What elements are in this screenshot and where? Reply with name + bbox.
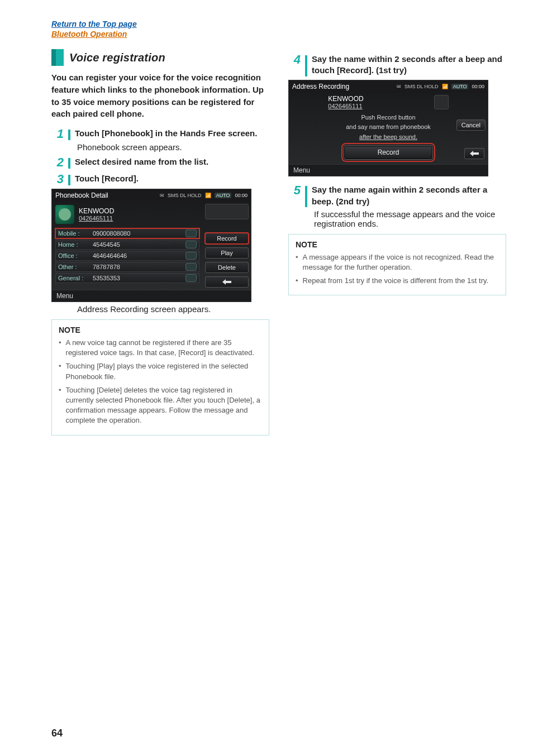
list-item[interactable]: Other : 78787878 [55, 262, 199, 272]
instruction-line: Push Record button [292, 113, 484, 123]
note-box: NOTE A new voice tag cannot be registere… [51, 319, 269, 436]
step-divider [68, 130, 70, 140]
step-number: 4 [288, 54, 301, 66]
cancel-button[interactable]: Cancel [456, 119, 486, 131]
sms-icon: ✉ [397, 84, 401, 89]
row-label: Home : [58, 241, 88, 248]
step-text: Select desired name from the list. [75, 156, 269, 168]
row-indicator [185, 263, 197, 271]
instruction-line: after the beep sound. [292, 132, 484, 142]
back-button[interactable] [464, 148, 484, 159]
step-divider [305, 186, 307, 207]
contact-name: KENWOOD [79, 207, 114, 215]
step-divider [68, 175, 70, 185]
section-title: Voice registration [69, 51, 165, 64]
back-button[interactable] [205, 276, 249, 288]
list-item[interactable]: Office : 4646464646 [55, 251, 199, 261]
note-title: NOTE [296, 240, 499, 249]
bluetooth-operation-link[interactable]: Bluetooth Operation [51, 30, 127, 39]
step-number: 1 [51, 128, 64, 140]
page-number: 64 [51, 728, 63, 739]
signal-badge [205, 204, 249, 219]
note-box: NOTE A message appears if the voice is n… [288, 234, 506, 296]
contact-name: KENWOOD [328, 95, 363, 103]
record-button[interactable]: Record [205, 233, 249, 244]
status-text: SMS DL HOLD [168, 193, 202, 198]
phonebook-detail-screenshot: Phonebook Detail ✉ SMS DL HOLD 📶 AUTO 00… [51, 189, 251, 302]
note-item: A message appears if the voice is not re… [303, 252, 499, 272]
step-subtext: Phonebook screen appears. [77, 142, 269, 152]
contact-number: 0426465111 [79, 215, 114, 222]
step-text: Touch [Record]. [75, 173, 269, 184]
contact-avatar [55, 205, 74, 224]
row-label: Other : [58, 264, 88, 270]
note-item: Touching [Delete] deletes the voice tag … [66, 385, 262, 426]
step-number: 2 [51, 156, 64, 169]
address-recording-screenshot: Address Recording ✉ SMS DL HOLD 📶 AUTO 0… [288, 80, 488, 177]
ss-title: Address Recording [292, 83, 349, 90]
row-label: General : [58, 275, 88, 281]
step-subtext: If successful the message appears and th… [314, 209, 506, 228]
note-item: Repeat from 1st try if the voice is diff… [303, 276, 489, 286]
list-item[interactable]: General : 53535353 [55, 273, 199, 283]
row-label: Mobile : [58, 230, 88, 237]
step-subtext: Address Recording screen appears. [77, 304, 269, 314]
status-text: SMS DL HOLD [404, 84, 439, 89]
row-value: 09000808080 [93, 230, 181, 237]
row-label: Office : [58, 252, 88, 259]
sms-icon: ✉ [160, 193, 164, 198]
row-indicator [185, 274, 197, 282]
step-text: Touch [Phonebook] in the Hands Free scre… [75, 128, 269, 139]
menu-bar[interactable]: Menu [289, 164, 488, 176]
step-divider [305, 55, 307, 76]
row-value: 53535353 [93, 275, 181, 281]
return-top-link[interactable]: Return to the Top page [51, 20, 137, 28]
auto-chip: AUTO [215, 193, 232, 198]
row-indicator [185, 241, 197, 248]
play-button[interactable]: Play [205, 247, 249, 259]
menu-bar[interactable]: Menu [52, 290, 251, 302]
step-number: 5 [288, 184, 301, 197]
back-arrow-icon [469, 150, 480, 157]
row-value: 45454545 [93, 241, 181, 248]
step-text: Say the name again within 2 seconds afte… [312, 184, 506, 207]
ss-title: Phonebook Detail [55, 192, 108, 199]
list-item[interactable]: Mobile : 09000808080 [55, 228, 199, 238]
list-item[interactable]: Home : 45454545 [55, 240, 199, 250]
note-item: Touching [Play] plays the voice register… [66, 361, 262, 381]
row-value: 4646464646 [93, 252, 181, 259]
section-marker-icon [51, 49, 64, 66]
auto-chip: AUTO [451, 84, 469, 89]
note-item: A new voice tag cannot be registered if … [66, 338, 262, 358]
signal-badge [434, 95, 449, 109]
step-text: Say the name within 2 seconds after a be… [312, 54, 506, 76]
row-indicator [185, 252, 197, 260]
antenna-icon: 📶 [442, 84, 448, 89]
delete-button[interactable]: Delete [205, 262, 249, 273]
contact-number: 0426465111 [328, 103, 363, 109]
step-number: 3 [51, 173, 64, 185]
note-title: NOTE [59, 326, 262, 334]
record-button[interactable]: Record [344, 145, 433, 160]
instruction-line: and say name from phonebook [292, 122, 484, 132]
clock: 00:00 [472, 84, 484, 89]
intro-text: You can register your voice for the voic… [51, 71, 269, 120]
row-value: 78787878 [93, 264, 181, 270]
row-indicator [185, 229, 197, 237]
step-divider [68, 158, 70, 169]
antenna-icon: 📶 [205, 193, 211, 198]
back-arrow-icon [221, 279, 232, 285]
clock: 00:00 [235, 193, 248, 198]
